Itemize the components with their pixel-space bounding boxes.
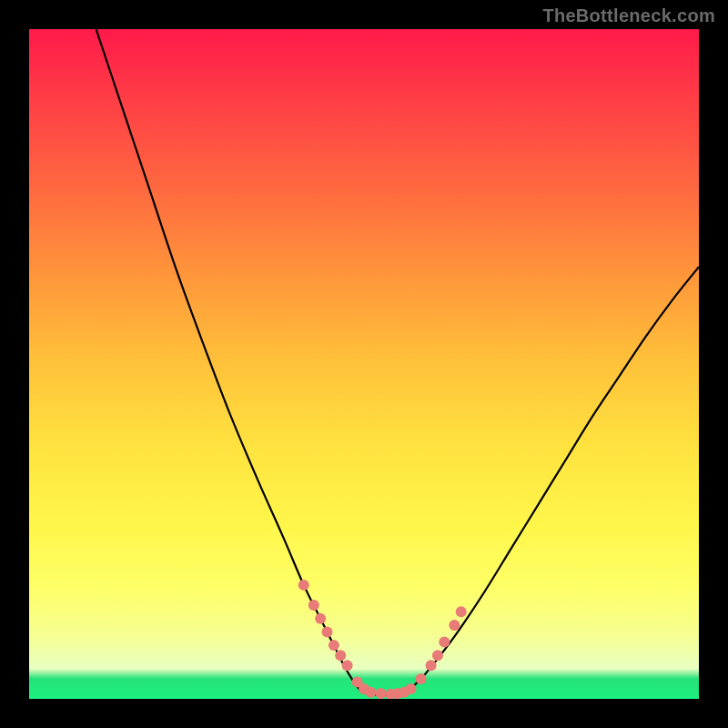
scatter-dot xyxy=(426,660,437,671)
scatter-dot xyxy=(335,650,346,661)
scatter-dot xyxy=(456,606,467,617)
scatter-dot xyxy=(315,613,326,624)
scatter-dot xyxy=(449,620,460,631)
scatter-points xyxy=(298,580,467,699)
scatter-dot xyxy=(432,650,443,661)
scatter-dot xyxy=(308,600,319,611)
scatter-dot xyxy=(298,580,309,591)
scatter-dot xyxy=(342,660,353,671)
scatter-dot xyxy=(416,673,427,684)
scatter-dot xyxy=(329,640,339,651)
curve-left xyxy=(96,29,361,691)
chart-area xyxy=(29,29,699,699)
scatter-dot xyxy=(322,626,333,637)
scatter-dot xyxy=(439,636,450,647)
watermark-text: TheBottleneck.com xyxy=(542,5,715,26)
scatter-dot xyxy=(375,688,386,699)
scatter-dot xyxy=(406,683,417,694)
scatter-dot xyxy=(365,687,376,698)
chart-svg xyxy=(29,29,699,699)
